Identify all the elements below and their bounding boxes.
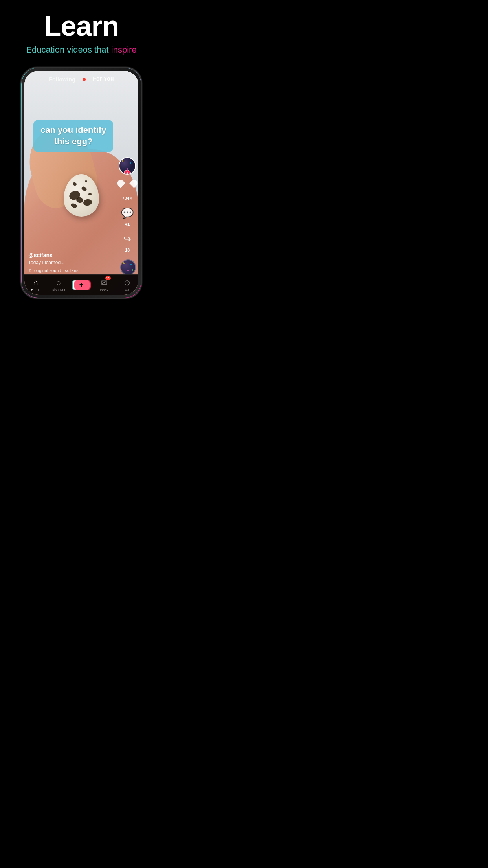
phone-container: Following For You can you identify this … <box>20 67 142 299</box>
like-button[interactable]: 704K <box>119 179 135 200</box>
follow-plus-btn[interactable]: + <box>124 170 131 175</box>
share-icon: ↪ <box>123 234 131 245</box>
action-icon-container <box>119 179 135 195</box>
comment-icon: 💬 <box>121 207 134 219</box>
music-disc <box>120 259 136 275</box>
home-label: Home <box>31 288 40 292</box>
profile-icon: ⊙ <box>124 278 130 287</box>
subtitle: Education videos that inspire <box>8 45 155 55</box>
bottom-info: @scifans Today I learned... ♫ original s… <box>28 252 117 273</box>
action-bar: + 704K 💬 41 <box>119 157 136 256</box>
active-underline <box>93 83 114 83</box>
nav-inbox[interactable]: ✉ 19 Inbox <box>93 278 116 292</box>
text-bubble: can you identify this egg? <box>33 120 113 152</box>
nav-following-tab[interactable]: Following <box>49 76 75 83</box>
creator-avatar-btn[interactable]: + <box>119 157 136 175</box>
likes-count: 704K <box>122 196 132 200</box>
nav-for-you-tab[interactable]: For You <box>93 75 114 83</box>
username-label[interactable]: @scifans <box>28 252 117 258</box>
red-dot-indicator <box>83 78 86 81</box>
nav-discover[interactable]: ⌕ Discover <box>47 278 70 292</box>
heart-icon <box>121 181 134 193</box>
inbox-label: Inbox <box>100 288 108 292</box>
nav-create[interactable]: + <box>70 280 93 290</box>
inbox-badge: ✉ 19 <box>101 278 108 287</box>
subtitle-text: Education videos that <box>26 45 111 55</box>
caption-text: Today I learned... <box>28 260 117 265</box>
action-icon-container: ↪ <box>119 231 135 247</box>
music-note-icon: ♫ <box>28 268 32 273</box>
home-icon: ⌂ <box>33 278 38 287</box>
search-icon: ⌕ <box>56 278 61 287</box>
music-info[interactable]: ♫ original sound - scifans <box>28 268 117 273</box>
comment-button[interactable]: 💬 41 <box>119 205 135 226</box>
nav-plus-btn[interactable]: + <box>73 280 90 290</box>
nav-me[interactable]: ⊙ Me <box>116 278 138 292</box>
inbox-badge-count: 19 <box>105 276 111 280</box>
main-title: Learn <box>8 12 155 40</box>
discover-label: Discover <box>51 288 65 292</box>
me-label: Me <box>125 288 130 292</box>
plus-icon: + <box>79 281 84 289</box>
shares-count: 13 <box>125 248 130 252</box>
music-text: original sound - scifans <box>34 268 79 273</box>
share-button[interactable]: ↪ 13 <box>119 231 135 252</box>
disc-sparkles <box>121 260 135 274</box>
nav-home[interactable]: ⌂ Home <box>24 278 47 292</box>
action-icon-container: 💬 <box>119 205 135 221</box>
phone-frame: Following For You can you identify this … <box>20 67 142 299</box>
top-nav: Following For You <box>24 71 138 86</box>
subtitle-highlight: inspire <box>111 45 137 55</box>
text-bubble-content: can you identify this egg? <box>40 125 107 147</box>
video-area[interactable]: Following For You can you identify this … <box>24 71 138 295</box>
phone-screen: Following For You can you identify this … <box>24 71 138 295</box>
header-section: Learn Education videos that inspire <box>0 0 163 63</box>
comments-count: 41 <box>125 222 130 226</box>
bottom-nav: ⌂ Home ⌕ Discover + <box>24 274 138 295</box>
